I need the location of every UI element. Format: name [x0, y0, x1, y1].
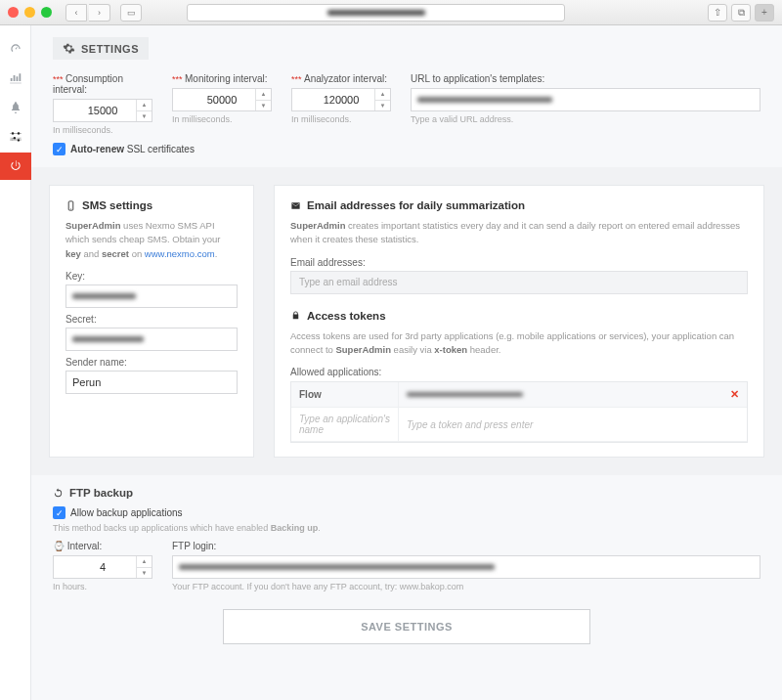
delete-token-button[interactable]: ✕ [730, 388, 739, 401]
step-up-icon[interactable]: ▲ [375, 89, 390, 101]
bakop-link[interactable]: www.bakop.com [400, 582, 464, 591]
ftp-row: ⌚ Interval: 4 ▲▼ In hours. FTP login: Yo… [53, 541, 760, 591]
analyzator-label: Analyzator interval: [291, 73, 391, 84]
monitoring-interval-field: Monitoring interval: 50000 ▲▼ In millise… [172, 73, 272, 135]
tabs-icon[interactable]: ⧉ [731, 4, 751, 22]
intervals-row: Consumption interval: 15000 ▲▼ In millis… [53, 73, 760, 135]
email-addresses-input[interactable]: Type an email address [290, 271, 748, 294]
step-up-icon[interactable]: ▲ [137, 100, 152, 111]
maximize-window-icon[interactable] [41, 7, 52, 18]
consumption-help: In milliseconds. [53, 125, 152, 135]
ftp-login-help: Your FTP account. If you don't have any … [172, 582, 760, 591]
ftp-interval-label: ⌚ Interval: [53, 541, 152, 551]
token-value: ✕ [399, 382, 747, 408]
lock-icon [290, 310, 301, 321]
allow-backup-checkbox[interactable]: ✓ Allow backup applications [53, 506, 760, 519]
sidebar-toggle-button[interactable]: ▭ [120, 4, 142, 22]
share-icon[interactable]: ⇧ [708, 4, 727, 22]
close-window-icon[interactable] [8, 7, 19, 18]
browser-chrome: ‹ › ▭ ⇧ ⧉ + [0, 0, 782, 25]
monitoring-input[interactable]: 50000 ▲▼ [172, 88, 272, 111]
page-title: SETTINGS [53, 37, 149, 60]
tokens-title: Access tokens [290, 310, 748, 322]
table-row: Flow ✕ [291, 382, 747, 408]
step-down-icon[interactable]: ▼ [256, 101, 271, 111]
token-value-input[interactable]: Type a token and press enter [399, 408, 747, 442]
panels: SMS settings SuperAdmin uses Nexmo SMS A… [31, 167, 782, 475]
email-addresses-label: Email addresses: [290, 257, 748, 268]
step-up-icon[interactable]: ▲ [256, 89, 271, 101]
spinner: ▲▼ [255, 89, 271, 110]
url-bar[interactable] [187, 4, 565, 22]
bell-icon [9, 101, 22, 114]
analyzator-help: In milliseconds. [291, 114, 391, 124]
email-panel: Email addresses for daily summarization … [274, 185, 764, 458]
key-input[interactable] [65, 284, 238, 308]
check-icon: ✓ [53, 143, 65, 155]
nexmo-link[interactable]: www.nexmo.com [145, 248, 215, 259]
step-down-icon[interactable]: ▼ [137, 568, 152, 579]
sidebar [0, 25, 31, 700]
templates-url-field: URL to application's templates: Type a v… [411, 73, 760, 135]
key-label: Key: [65, 271, 238, 282]
step-down-icon[interactable]: ▼ [375, 101, 390, 111]
ftp-interval-help: In hours. [53, 582, 152, 591]
step-down-icon[interactable]: ▼ [137, 111, 152, 122]
tokens-desc: Access tokens are used for 3rd party app… [290, 329, 748, 358]
mail-icon [290, 200, 301, 211]
secret-label: Secret: [65, 314, 238, 325]
url-input[interactable] [411, 88, 760, 111]
gear-icon [63, 42, 75, 55]
back-button[interactable]: ‹ [65, 4, 87, 22]
new-tab-icon[interactable]: + [755, 4, 774, 22]
allowed-apps-label: Allowed applications: [290, 367, 748, 377]
monitoring-help: In milliseconds. [172, 114, 272, 124]
traffic-lights [8, 7, 52, 18]
phone-icon [65, 200, 76, 211]
spinner: ▲▼ [136, 556, 152, 578]
sms-panel: SMS settings SuperAdmin uses Nexmo SMS A… [49, 185, 254, 458]
email-title: Email addresses for daily summarization [290, 199, 748, 211]
ftp-login-field: FTP login: Your FTP account. If you don'… [172, 541, 760, 591]
sender-input[interactable]: Perun [65, 371, 238, 394]
sidebar-item-analytics[interactable] [0, 65, 31, 92]
power-icon [9, 159, 22, 173]
ftp-method-help: This method backs up applications which … [53, 523, 760, 533]
ftp-interval-input[interactable]: 4 ▲▼ [53, 555, 152, 579]
sidebar-item-settings[interactable] [0, 123, 31, 151]
ftp-login-input[interactable] [172, 555, 760, 579]
consumption-interval-field: Consumption interval: 15000 ▲▼ In millis… [53, 73, 152, 135]
chart-icon [9, 71, 22, 85]
ftp-login-label: FTP login: [172, 541, 760, 551]
ftp-title: FTP backup [53, 487, 760, 499]
spinner: ▲▼ [374, 89, 390, 110]
sliders-icon [9, 130, 22, 144]
forward-button[interactable]: › [89, 4, 110, 22]
ftp-interval-field: ⌚ Interval: 4 ▲▼ In hours. [53, 541, 152, 591]
step-up-icon[interactable]: ▲ [137, 556, 152, 568]
refresh-icon [53, 488, 64, 499]
secret-input[interactable] [65, 328, 238, 351]
minimize-window-icon[interactable] [24, 7, 35, 18]
tokens-table: Flow ✕ Type an application's name Type a… [290, 381, 748, 443]
url-help: Type a valid URL address. [411, 114, 760, 124]
token-app-name: Flow [291, 382, 399, 408]
sms-title: SMS settings [65, 199, 238, 211]
sidebar-item-dashboard[interactable] [0, 35, 31, 63]
token-name-input[interactable]: Type an application's name [291, 408, 399, 442]
analyzator-input[interactable]: 120000 ▲▼ [291, 88, 391, 111]
consumption-label: Consumption interval: [53, 73, 152, 95]
analyzator-interval-field: Analyzator interval: 120000 ▲▼ In millis… [291, 73, 391, 135]
svg-point-5 [70, 208, 71, 209]
content: SETTINGS Consumption interval: 15000 ▲▼ … [31, 25, 782, 700]
chrome-right: ⇧ ⧉ + [708, 4, 774, 22]
sidebar-item-notifications[interactable] [0, 94, 31, 121]
sms-desc: SuperAdmin uses Nexmo SMS API which send… [65, 219, 238, 261]
consumption-input[interactable]: 15000 ▲▼ [53, 99, 152, 122]
check-icon: ✓ [53, 506, 65, 519]
save-button[interactable]: SAVE SETTINGS [223, 609, 590, 644]
table-row: Type an application's name Type a token … [291, 408, 747, 442]
auto-renew-ssl-checkbox[interactable]: ✓ Auto-renew SSL certificates [53, 143, 760, 155]
email-desc: SuperAdmin creates important statistics … [290, 219, 748, 247]
sidebar-item-power[interactable] [0, 153, 31, 180]
